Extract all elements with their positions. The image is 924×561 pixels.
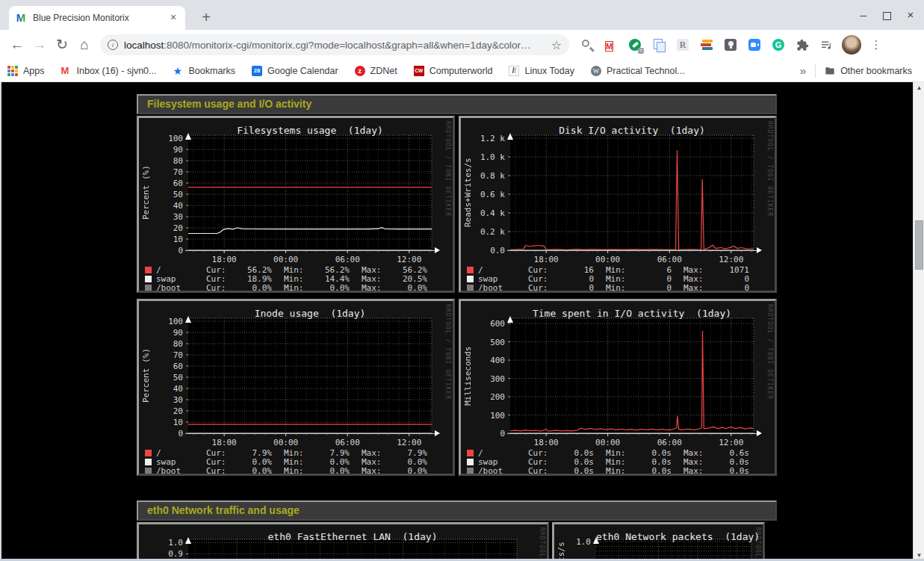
legend-row: swapCur:0.0sMin:0.0sMax:0.0s bbox=[461, 457, 761, 466]
extensions-row: M R G bbox=[581, 39, 833, 52]
profile-avatar[interactable] bbox=[842, 35, 861, 55]
page-scrollbar[interactable]: ▲ ▼ bbox=[913, 82, 924, 561]
grammarly-extension-icon[interactable]: G bbox=[772, 39, 785, 52]
rrdtool-watermark: RRDTOOL / TOBI OETIKER bbox=[539, 527, 545, 561]
bookmark-zdnet[interactable]: z ZDNet bbox=[355, 66, 397, 76]
svg-text:0: 0 bbox=[178, 246, 183, 255]
graph-title: eth0 FastEthernet LAN (1day) bbox=[188, 531, 517, 542]
svg-text:00:00: 00:00 bbox=[595, 438, 620, 447]
gmail-extension-icon[interactable]: M bbox=[605, 39, 618, 52]
svg-text:06:00: 06:00 bbox=[657, 438, 682, 447]
svg-text:1.0: 1.0 bbox=[168, 538, 183, 548]
bookmark-computerworld[interactable]: CW Computerworld bbox=[414, 66, 493, 76]
graph-disk-io-activity[interactable]: 1.2 k1.0 k0.8 k0.6 k0.4 k0.2 k0.018:0000… bbox=[459, 116, 777, 293]
scrollbar-thumb[interactable] bbox=[915, 220, 923, 270]
window-close-icon[interactable]: × bbox=[905, 9, 917, 21]
graph-title: Inode usage (1day) bbox=[188, 308, 432, 319]
maximize-icon[interactable] bbox=[883, 12, 891, 20]
linux-today-icon: lt bbox=[509, 66, 519, 76]
url-text[interactable]: localhost:8080/monitorix-cgi/monitorix.c… bbox=[124, 40, 547, 51]
svg-text:00:00: 00:00 bbox=[595, 255, 620, 264]
reload-icon[interactable]: ↻ bbox=[51, 34, 73, 56]
extensions-puzzle-icon[interactable] bbox=[796, 39, 809, 52]
svg-text:300: 300 bbox=[490, 374, 505, 384]
y-axis-label: Percent (%) bbox=[140, 135, 151, 250]
svg-text:40: 40 bbox=[173, 201, 183, 211]
r-extension-icon[interactable]: R bbox=[677, 39, 689, 52]
svg-text:60: 60 bbox=[173, 362, 183, 371]
scroll-up-icon[interactable]: ▲ bbox=[914, 82, 924, 93]
voice-extension-icon[interactable] bbox=[629, 39, 642, 52]
legend-row: swapCur:0Min:0Max:0 bbox=[461, 274, 761, 283]
google-calendar-icon: 28 bbox=[252, 66, 262, 76]
forward-icon[interactable]: → bbox=[28, 34, 51, 56]
y-axis-label: Reads+Writes/s bbox=[462, 135, 473, 250]
bookmark-practical-technology[interactable]: W Practical Technol... bbox=[591, 66, 685, 76]
graph-row-1: 100908070605040302010018:0000:0006:0012:… bbox=[137, 116, 777, 293]
legend-row: /bootCur:0.0%Min:0.0%Max:0.0% bbox=[139, 467, 439, 476]
svg-text:20: 20 bbox=[173, 223, 183, 233]
bookmark-bookmarks[interactable]: ★ Bookmarks bbox=[173, 66, 236, 76]
graph-eth0-traffic[interactable]: 1.00.90.80.70.60.50.40.30.20.10.018:0000… bbox=[137, 522, 549, 561]
bookmark-linux-today[interactable]: lt Linux Today bbox=[509, 66, 574, 76]
back-icon[interactable]: ← bbox=[6, 34, 28, 56]
browser-tab[interactable]: M Blue Precision Monitorix × bbox=[9, 6, 185, 30]
y-axis-label: Percent (%) bbox=[140, 318, 151, 433]
svg-text:18:00: 18:00 bbox=[212, 438, 237, 447]
bookmark-google-calendar[interactable]: 28 Google Calendar bbox=[252, 66, 338, 76]
browser-menu-icon[interactable]: ⋮ bbox=[867, 36, 885, 54]
site-info-icon[interactable]: i bbox=[108, 40, 118, 50]
copy-extension-icon[interactable] bbox=[653, 39, 666, 52]
url-host: localhost bbox=[124, 40, 164, 51]
svg-text:100: 100 bbox=[168, 134, 183, 143]
graph-inode-usage[interactable]: 100908070605040302010018:0000:0006:0012:… bbox=[137, 299, 455, 476]
lamp-extension-icon[interactable] bbox=[725, 39, 737, 52]
bookmark-inbox[interactable]: M Inbox (16) - sjvn0... bbox=[61, 66, 157, 76]
svg-text:0.2 k: 0.2 k bbox=[480, 227, 505, 237]
tab-close-icon[interactable]: × bbox=[167, 12, 179, 24]
svg-text:20: 20 bbox=[173, 406, 183, 416]
graph-filesystems-usage[interactable]: 100908070605040302010018:0000:0006:0012:… bbox=[137, 116, 455, 293]
bookmark-star-icon[interactable]: ☆ bbox=[551, 38, 562, 52]
folder-icon bbox=[825, 66, 835, 76]
chart-canvas: 1.00.50.018:0000:0006:0012:00 bbox=[554, 524, 763, 561]
svg-text:80: 80 bbox=[173, 156, 183, 166]
books-extension-icon[interactable] bbox=[701, 39, 713, 52]
browser-toolbar: ← → ↻ ⌂ i localhost:8080/monitorix-cgi/m… bbox=[0, 30, 924, 60]
graph-row-3: 1.00.90.80.70.60.50.40.30.20.10.018:0000… bbox=[137, 522, 777, 561]
graph-title: Filesystems usage (1day) bbox=[188, 125, 432, 136]
bookmark-label: Apps bbox=[23, 66, 45, 76]
other-bookmarks-button[interactable]: Other bookmarks bbox=[825, 66, 912, 76]
svg-text:00:00: 00:00 bbox=[273, 438, 298, 447]
address-bar[interactable]: i localhost:8080/monitorix-cgi/monitorix… bbox=[100, 34, 569, 55]
media-playlist-icon[interactable] bbox=[820, 39, 833, 52]
legend-row: /Cur:7.9%Min:7.9%Max:7.9% bbox=[139, 448, 439, 457]
svg-text:18:00: 18:00 bbox=[534, 438, 559, 447]
graph-title: Time spent in I/O activity (1day) bbox=[510, 308, 754, 319]
minimize-icon[interactable]: – bbox=[858, 9, 869, 21]
section-header-filesystem: Filesystem usage and I/O activity bbox=[137, 94, 777, 114]
graph-eth0-packets[interactable]: 1.00.50.018:0000:0006:0012:00 eth0 Netwo… bbox=[552, 522, 765, 561]
new-tab-button[interactable]: + bbox=[196, 7, 217, 28]
svg-text:70: 70 bbox=[173, 167, 183, 177]
zoom-extension-icon[interactable] bbox=[748, 39, 761, 52]
svg-text:0: 0 bbox=[178, 429, 183, 438]
graph-time-spent-io[interactable]: 600500400300200100018:0000:0006:0012:00 … bbox=[459, 299, 777, 476]
graph-title: Disk I/O activity (1day) bbox=[510, 125, 754, 136]
svg-text:90: 90 bbox=[173, 145, 183, 155]
graph-legend: /Cur:16Min:6Max:1071swapCur:0Min:0Max:0/… bbox=[461, 265, 775, 293]
y-axis-label: Milliseconds bbox=[462, 318, 473, 433]
browser-window: M Blue Precision Monitorix × + – × ← → ↻… bbox=[0, 0, 924, 561]
svg-text:30: 30 bbox=[173, 212, 183, 222]
svg-text:70: 70 bbox=[173, 350, 183, 360]
svg-text:90: 90 bbox=[173, 328, 183, 338]
bookmark-apps[interactable]: Apps bbox=[7, 66, 45, 76]
svg-text:0.8 k: 0.8 k bbox=[480, 171, 505, 181]
search-extension-icon[interactable] bbox=[581, 39, 594, 52]
home-icon[interactable]: ⌂ bbox=[73, 34, 96, 56]
svg-text:0.4 k: 0.4 k bbox=[480, 208, 505, 218]
legend-row: /bootCur:0Min:0Max:0 bbox=[461, 284, 761, 293]
bookmark-label: Google Calendar bbox=[267, 66, 338, 76]
svg-text:500: 500 bbox=[490, 338, 505, 347]
bookmarks-overflow-icon[interactable]: » bbox=[800, 64, 806, 77]
